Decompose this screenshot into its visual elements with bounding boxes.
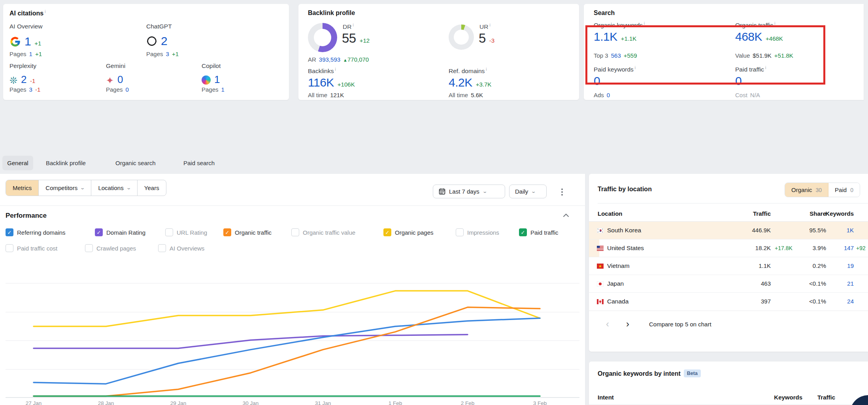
location-row-jp[interactable]: Japan463<0.1%21 [589, 275, 868, 293]
metric-checkbox-url-rating[interactable]: URL Rating [165, 228, 207, 236]
info-icon[interactable]: i [765, 66, 766, 70]
metric-checkbox-ai-overviews[interactable]: AI Overviews [158, 244, 204, 252]
filter-locations[interactable]: Locations⌄ [91, 180, 137, 196]
top3-value[interactable]: 563 [611, 52, 621, 59]
info-icon[interactable]: i [486, 67, 487, 72]
keywords-link[interactable]: 19 [825, 262, 854, 269]
checkbox-icon[interactable]: ✓ [6, 228, 13, 236]
metric-checkbox-paid-traffic-cost[interactable]: Paid traffic cost [6, 244, 57, 252]
checkbox-label: Organic traffic [235, 229, 272, 236]
backlinks-delta: +106K [338, 81, 355, 88]
chatgpt-value[interactable]: 2 [161, 34, 167, 48]
paid-traffic-value[interactable]: 0 [735, 74, 742, 88]
metric-checkbox-paid-traffic[interactable]: ✓Paid traffic [519, 228, 559, 236]
date-range-button[interactable]: Last 7 days ⌄ [433, 185, 505, 198]
info-icon[interactable]: i [774, 21, 775, 26]
checkbox-icon[interactable] [6, 244, 13, 252]
checkbox-label: Organic pages [395, 229, 434, 236]
ai-overview-value[interactable]: 1 [25, 35, 31, 48]
filter-competitors[interactable]: Competitors⌄ [39, 180, 91, 196]
organic-keywords-value[interactable]: 1.1K [594, 30, 617, 43]
tab-backlink-profile[interactable]: Backlink profile [46, 160, 86, 166]
copilot-value[interactable]: 1 [214, 73, 220, 86]
metric-checkbox-organic-pages[interactable]: ✓Organic pages [383, 228, 434, 236]
backlinks-value[interactable]: 116K [308, 76, 334, 89]
performance-chart[interactable]: 27 Jan28 Jan29 Jan30 Jan31 Jan1 Feb2 Feb… [0, 261, 585, 405]
pages-count[interactable]: 3 [29, 86, 32, 93]
col-keywords[interactable]: Keywords [825, 210, 854, 217]
compare-top5-link[interactable]: Compare top 5 on chart [649, 321, 711, 328]
gemini-pages: Pages0 [106, 86, 129, 93]
tab-paid-search[interactable]: Paid search [183, 160, 215, 166]
col-traffic[interactable]: Traffic [723, 210, 771, 217]
perplexity-value[interactable]: 2 [21, 73, 26, 86]
paid-traffic-label: Paid traffici [735, 66, 766, 73]
organic-traffic-value[interactable]: 468K [735, 30, 762, 43]
location-row-us[interactable]: United States18.2K+17.8K3.9%147+92 [589, 239, 868, 257]
info-icon[interactable]: i [353, 23, 353, 27]
info-icon[interactable]: i [635, 66, 636, 70]
checkbox-label: Crawled pages [96, 245, 136, 252]
pages-count[interactable]: 3 [166, 51, 169, 57]
info-icon[interactable]: i [644, 21, 645, 26]
paid-keywords-value[interactable]: 0 [594, 74, 600, 88]
metric-checkbox-crawled-pages[interactable]: Crawled pages [85, 244, 136, 252]
granularity-button[interactable]: Daily ⌄ [509, 185, 547, 198]
collapse-chevron-icon[interactable] [563, 213, 569, 217]
keywords-link[interactable]: 21 [825, 280, 854, 287]
more-options-button[interactable] [561, 188, 563, 196]
filter-metrics[interactable]: Metrics [6, 180, 39, 196]
ur-donut-chart [449, 24, 474, 50]
col-intent[interactable]: Intent [598, 394, 614, 401]
location-row-vn[interactable]: Vietnam1.1K0.2%19 [589, 257, 868, 275]
checkbox-icon[interactable] [456, 228, 464, 236]
perplexity-icon: ❊ [9, 75, 17, 86]
ref-domains-value[interactable]: 4.2K [449, 76, 472, 89]
pages-count[interactable]: 0 [126, 86, 129, 93]
checkbox-icon[interactable] [85, 244, 93, 252]
col-intent-traffic[interactable]: Traffic [806, 394, 835, 401]
toggle-organic[interactable]: Organic30 [785, 183, 828, 197]
col-intent-keywords[interactable]: Keywords [763, 394, 802, 401]
metric-checkbox-organic-traffic-value[interactable]: Organic traffic value [291, 228, 355, 236]
paid-keywords-label: Paid keywordsi [594, 66, 636, 73]
info-icon[interactable]: i [489, 23, 490, 27]
info-icon[interactable]: i [335, 67, 336, 72]
cost-row: CostN/A [735, 92, 760, 98]
pages-count[interactable]: 1 [29, 51, 32, 57]
metric-checkbox-row: Paid traffic costCrawled pagesAI Overvie… [0, 244, 585, 254]
tab-general[interactable]: General [2, 156, 33, 170]
toggle-paid[interactable]: Paid0 [828, 183, 860, 197]
checkbox-icon[interactable] [158, 244, 166, 252]
metric-checkbox-impressions[interactable]: Impressions [456, 228, 499, 236]
keywords-link[interactable]: 1K [825, 227, 854, 234]
checkbox-label: AI Overviews [170, 245, 204, 252]
checkbox-icon[interactable] [291, 228, 299, 236]
location-row-kr[interactable]: South Korea446.9K95.5%1K [589, 222, 868, 239]
metric-checkbox-domain-rating[interactable]: ✓Domain Rating [95, 228, 145, 236]
pages-count[interactable]: 1 [221, 86, 225, 93]
checkbox-label: Organic traffic value [303, 229, 355, 236]
checkbox-icon[interactable]: ✓ [383, 228, 391, 236]
checkbox-icon[interactable]: ✓ [95, 228, 103, 236]
checkbox-icon[interactable]: ✓ [519, 228, 527, 236]
ar-value[interactable]: 393,593 [319, 56, 340, 63]
info-icon[interactable]: i [45, 9, 45, 14]
traffic-value: 463 [723, 280, 771, 287]
metric-checkbox-referring-domains[interactable]: ✓Referring domains [6, 228, 66, 236]
col-share[interactable]: Share [794, 210, 826, 217]
filter-years[interactable]: Years [138, 180, 166, 196]
col-location[interactable]: Location [598, 210, 623, 217]
metric-checkbox-organic-traffic[interactable]: ✓Organic traffic [223, 228, 272, 236]
prev-page-icon[interactable]: ‹ [606, 319, 609, 329]
location-row-ca[interactable]: Canada397<0.1%24 [589, 293, 868, 311]
checkbox-label: Paid traffic [530, 229, 559, 236]
tab-organic-search[interactable]: Organic search [115, 160, 156, 166]
checkbox-icon[interactable]: ✓ [223, 228, 231, 236]
checkbox-icon[interactable] [165, 228, 173, 236]
next-page-icon[interactable]: › [626, 319, 629, 329]
gemini-value[interactable]: 0 [117, 73, 123, 86]
flag-icon-us [597, 246, 604, 251]
keywords-link[interactable]: 24 [825, 298, 854, 305]
keywords-link[interactable]: 147 [825, 245, 854, 251]
